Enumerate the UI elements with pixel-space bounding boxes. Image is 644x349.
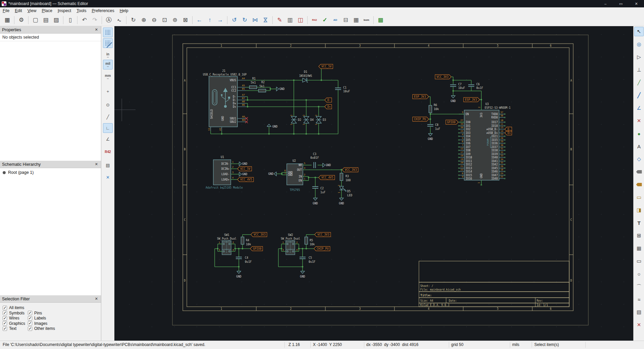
wire-bus-entry-tool-icon[interactable]: ∠ — [634, 103, 644, 113]
rotate-cw-icon[interactable]: ↻ — [240, 15, 249, 24]
hier-sheet-tool-icon[interactable]: ▭ — [634, 193, 644, 202]
annotate-icon[interactable]: R42 — [310, 15, 319, 24]
checkbox[interactable]: ✓ — [3, 306, 7, 310]
schematic-canvas[interactable]: 112233445566AABBCCDDSheet: /File: mainbo… — [114, 26, 633, 341]
plot-icon[interactable]: ▨ — [52, 15, 61, 24]
close-icon[interactable]: ✕ — [94, 162, 99, 166]
maximize-button[interactable]: ▭ — [613, 0, 629, 7]
menu-edit[interactable]: Edit — [12, 8, 25, 14]
menu-help[interactable]: Help — [117, 8, 131, 14]
edit-symbol-fields-icon[interactable]: ✎ — [275, 15, 284, 24]
filter-text[interactable]: ✓Text — [3, 326, 16, 331]
filter-labels[interactable]: ✓Labels — [28, 316, 46, 320]
highlight-net-tool-icon[interactable]: ◎ — [634, 40, 644, 49]
hierarchy-root-item[interactable]: Root (page 1) — [3, 170, 34, 175]
filter-symbols[interactable]: ✓Symbols — [3, 311, 24, 315]
rectangle-tool-icon[interactable]: ▭ — [634, 256, 644, 266]
close-button[interactable]: ✕ — [629, 0, 644, 7]
plugin-icon[interactable]: ▩ — [376, 15, 385, 24]
paste-icon[interactable]: ▯ — [66, 15, 75, 24]
junction-tool-icon[interactable]: ● — [634, 129, 644, 138]
hier-label-tool-icon[interactable] — [634, 180, 644, 189]
line-mode-45-icon[interactable]: ∠ — [103, 134, 113, 144]
net-label-tool-icon[interactable]: A — [634, 142, 644, 151]
undo-icon[interactable]: ↶ — [80, 15, 89, 24]
select-tool-icon[interactable]: ↖ — [634, 27, 644, 36]
grid-toggle-icon[interactable] — [103, 28, 113, 37]
units-mm-icon[interactable]: mm↔ — [103, 72, 113, 82]
grid-override-icon[interactable] — [103, 38, 113, 48]
bom-icon[interactable]: bom — [362, 15, 371, 24]
checkbox[interactable]: ✓ — [3, 321, 7, 326]
units-inches-icon[interactable]: in↔ — [103, 50, 113, 60]
filter-wires[interactable]: ✓Wires — [3, 316, 19, 320]
nav-up-icon[interactable]: ↑ — [205, 15, 214, 24]
checkbox[interactable]: ✓ — [28, 327, 32, 331]
menu-view[interactable]: View — [25, 8, 39, 14]
hidden-pins-icon[interactable]: ⊙ — [103, 100, 113, 110]
footprint-assign-icon[interactable]: ◫ — [296, 15, 305, 24]
place-symbol-tool-icon[interactable]: ▷ — [634, 52, 644, 62]
symbol-diff-icon[interactable]: AD — [331, 15, 340, 24]
bezier-tool-icon[interactable]: ≈ — [634, 295, 644, 304]
place-power-tool-icon[interactable]: ⊥ — [634, 65, 644, 74]
textbox-tool-icon[interactable]: ⊞ — [634, 231, 644, 240]
checkbox[interactable]: ✓ — [3, 316, 7, 320]
erc-icon[interactable]: ✓ — [320, 15, 329, 24]
save-icon[interactable]: ▦ — [3, 15, 12, 24]
mirror-vertical-icon[interactable]: ⋈ — [251, 15, 260, 24]
redo-icon[interactable]: ↷ — [90, 15, 99, 24]
global-label-tool-icon[interactable] — [634, 167, 644, 177]
filter-graphics[interactable]: ✓Graphics — [3, 321, 25, 326]
nav-back-icon[interactable]: ← — [195, 15, 204, 24]
rotate-ccw-icon[interactable]: ↺ — [230, 15, 239, 24]
menu-inspect[interactable]: Inspect — [55, 8, 74, 14]
symbol-editor-icon[interactable]: ▥ — [285, 15, 294, 24]
checkbox[interactable]: ✓ — [28, 311, 32, 315]
menu-file[interactable]: File — [0, 8, 12, 14]
nav-forward-icon[interactable]: → — [216, 15, 225, 24]
line-mode-free-icon[interactable]: ╱ — [103, 112, 113, 122]
menu-tools[interactable]: Tools — [74, 8, 89, 14]
zoom-fit-objects-icon[interactable]: ⊚ — [170, 15, 179, 24]
menu-preferences[interactable]: Preferences — [89, 8, 117, 14]
page-settings-icon[interactable]: ▢ — [31, 15, 40, 24]
table-tool-icon[interactable]: ▦ — [634, 244, 644, 253]
text-tool-icon[interactable]: T — [634, 218, 644, 228]
delete-tool-icon[interactable]: ✕ — [634, 320, 644, 330]
line-mode-90-icon[interactable]: ∟ — [103, 123, 113, 133]
minimize-button[interactable]: – — [598, 0, 613, 7]
filter-images[interactable]: ✓Images — [28, 321, 47, 326]
netlist-icon[interactable]: ⊟ — [341, 15, 350, 24]
sheet-pin-tool-icon[interactable]: ◨ — [634, 205, 644, 215]
units-mils-icon[interactable]: mil↔ — [103, 60, 113, 69]
checkbox[interactable]: ✓ — [3, 327, 7, 331]
no-connect-tool-icon[interactable]: ✕ — [634, 116, 644, 126]
symbol-fields-table-icon[interactable]: ▦ — [352, 15, 361, 24]
find-icon[interactable]: Ⓐ — [104, 15, 113, 24]
mirror-horizontal-icon[interactable]: ⋈ — [261, 15, 270, 24]
find-replace-icon[interactable]: A␣ — [115, 15, 124, 24]
circle-tool-icon[interactable]: ○ — [634, 269, 644, 279]
close-icon[interactable]: ✕ — [94, 28, 99, 32]
checkbox[interactable]: ✓ — [28, 316, 32, 320]
schematic-setup-icon[interactable]: ⚙ — [17, 15, 26, 24]
cursor-shape-icon[interactable]: + — [103, 87, 113, 96]
draw-bus-tool-icon[interactable]: ╱ — [634, 91, 644, 100]
annotate-auto-icon[interactable]: R42 — [103, 147, 113, 157]
print-icon[interactable]: ▤ — [41, 15, 50, 24]
filter-all-items[interactable]: ✓All items — [3, 305, 24, 310]
checkbox[interactable]: ✓ — [28, 321, 32, 326]
zoom-out-icon[interactable]: ⊖ — [150, 15, 159, 24]
draw-wire-tool-icon[interactable]: ╱ — [634, 78, 644, 87]
directive-label-tool-icon[interactable]: ◇ — [634, 154, 644, 164]
zoom-selection-icon[interactable]: ⊠ — [181, 15, 190, 24]
image-tool-icon[interactable]: ▧ — [634, 307, 644, 317]
filter-pins[interactable]: ✓Pins — [28, 311, 42, 315]
zoom-in-icon[interactable]: ⊕ — [139, 15, 148, 24]
sheet-borders-icon[interactable]: ▤ — [103, 160, 113, 170]
refresh-icon[interactable]: ↻ — [129, 15, 138, 24]
close-icon[interactable]: ✕ — [94, 297, 99, 301]
zoom-fit-page-icon[interactable]: ⊡ — [160, 15, 169, 24]
filter-other-items[interactable]: ✓Other items — [28, 326, 55, 331]
